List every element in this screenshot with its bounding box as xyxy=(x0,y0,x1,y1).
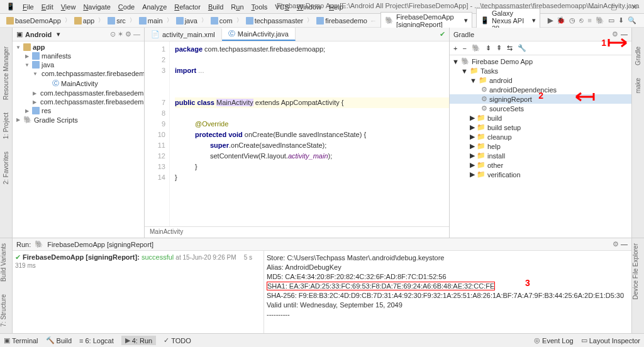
gradle-tool-window: Gradle ⚙— + − 🐘 ⇟ ⇞ ⇆ 🔧 ▼🐘Firebase Demo … xyxy=(449,28,631,238)
tree-gradle-scripts[interactable]: ▶🐘Gradle Scripts xyxy=(13,115,144,124)
gradle-settings-icon[interactable]: ⚙ xyxy=(612,30,618,38)
avd-button[interactable]: ▭ xyxy=(608,16,614,25)
annotation-2: 2 xyxy=(538,91,543,101)
gradle-root[interactable]: ▼🐘Firebase Demo App xyxy=(450,57,631,66)
success-icon: ✔ xyxy=(15,253,21,261)
gradle-group-help[interactable]: ▶📁help xyxy=(450,141,631,151)
sidebar-device-file-explorer[interactable]: Device File Explorer xyxy=(632,243,639,299)
sidebar-resource-manager[interactable]: Resource Manager xyxy=(3,47,9,100)
run-tool-window: Build Variants 7: Structure Run: 🐘 Fireb… xyxy=(0,238,644,333)
tree-mainactivity[interactable]: ⒸMainActivity xyxy=(13,78,144,89)
editor-breadcrumb[interactable]: MainActivity xyxy=(145,226,449,238)
wrench-icon[interactable]: 🔧 xyxy=(518,44,526,52)
sidebar-build-variants[interactable]: Build Variants xyxy=(0,243,7,282)
gradle-group-build[interactable]: ▶📁build xyxy=(450,113,631,123)
status-build[interactable]: 🔨 Build xyxy=(46,336,72,344)
editor-status-icon: ✔ xyxy=(436,30,449,38)
gradle-title: Gradle xyxy=(453,31,474,38)
tab-activity-main-xml[interactable]: 📄activity_main.xml xyxy=(145,29,222,40)
sidebar-gradle[interactable]: Gradle xyxy=(635,47,641,65)
gradle-task-sourcesets[interactable]: ⚙sourceSets xyxy=(450,104,631,113)
breadcrumb[interactable]: baseDemoApp〉 app〉 src〉 main〉 java〉 com〉 … xyxy=(4,16,370,25)
gradle-icon: 🐘 xyxy=(35,240,43,248)
debug-button[interactable]: 🐞 xyxy=(557,16,565,25)
tree-java[interactable]: ▼java xyxy=(13,60,144,69)
run-config-selector[interactable]: 🐘 FirebaseDemoApp [signingReport]▾ xyxy=(380,12,472,30)
gradle-group-cleanup[interactable]: ▶📁cleanup xyxy=(450,132,631,141)
menu-refactor[interactable]: Refactor xyxy=(170,2,204,12)
status-run[interactable]: ▶ 4: Run xyxy=(121,336,156,345)
xml-file-icon: 📄 xyxy=(151,30,160,38)
back-icon[interactable]: ← xyxy=(370,17,377,25)
menu-build[interactable]: Build xyxy=(204,2,227,12)
code-area[interactable]: 123 7891011121314 package com.techpassma… xyxy=(145,41,449,226)
gradle-toggle-icon[interactable]: ⇆ xyxy=(507,44,513,52)
sdk-button[interactable]: ⬇ xyxy=(618,16,624,25)
gradle-detach-icon[interactable]: − xyxy=(462,45,466,52)
menu-file[interactable]: FFileile xyxy=(19,2,38,12)
gradle-group-other[interactable]: ▶📁other xyxy=(450,160,631,170)
window-minimize[interactable]: — xyxy=(584,0,604,14)
sync-button[interactable]: 🐘 xyxy=(596,16,604,25)
menu-edit[interactable]: Edit xyxy=(38,2,57,12)
sidebar-project[interactable]: 1: Project xyxy=(3,113,9,139)
tree-app[interactable]: ▼app xyxy=(13,43,144,52)
project-settings-icon[interactable]: ⊙ ✶ ⚙ — xyxy=(110,30,140,38)
status-layout-inspector[interactable]: ▭ Layout Inspector xyxy=(581,336,640,344)
sidebar-structure[interactable]: 7: Structure xyxy=(0,294,7,327)
gradle-refresh-icon[interactable]: + xyxy=(453,45,457,52)
run-status: FirebaseDemoApp [signingReport]: xyxy=(23,253,140,261)
device-icon: 📱 xyxy=(480,16,489,25)
annotation-3: 3 xyxy=(525,278,530,288)
editor: 📄activity_main.xml ⒸMainActivity.java ✔ … xyxy=(145,28,449,238)
gradle-tasks[interactable]: ▼📁Tasks xyxy=(450,66,631,75)
tree-pkg-main[interactable]: ▼com.techpassmaster.firebasedemoapp xyxy=(13,69,144,78)
stop-button[interactable]: ■ xyxy=(587,16,592,25)
sidebar-favorites[interactable]: 2: Favorites xyxy=(3,151,9,184)
tree-pkg-androidtest[interactable]: ▶com.techpassmaster.firebasedemoapp (an xyxy=(13,89,144,97)
run-settings-icon[interactable]: ⚙ xyxy=(613,240,619,248)
menu-run[interactable]: Run xyxy=(227,2,247,12)
status-logcat[interactable]: ≡ 6: Logcat xyxy=(79,337,114,344)
menu-analyze[interactable]: Analyze xyxy=(138,2,170,12)
gradle-android-group[interactable]: ▼📁android xyxy=(450,75,631,85)
status-bar: ▣ Terminal 🔨 Build ≡ 6: Logcat ▶ 4: Run … xyxy=(0,333,644,347)
tab-mainactivity-java[interactable]: ⒸMainActivity.java xyxy=(222,28,296,41)
run-tree: ✔ FirebaseDemoApp [signingReport]: succe… xyxy=(13,251,264,333)
search-icon[interactable]: 🔍 xyxy=(628,16,636,25)
gradle-expand-icon[interactable]: ⇟ xyxy=(486,44,491,52)
run-button[interactable]: ▶ xyxy=(548,16,553,25)
window-maximize[interactable]: ▢ xyxy=(604,0,624,14)
gradle-group-install[interactable]: ▶📁install xyxy=(450,151,631,160)
android-view-icon: ▣ xyxy=(16,30,23,38)
menu-view[interactable]: View xyxy=(57,2,80,12)
status-todo[interactable]: ✓ TODO xyxy=(164,336,191,344)
gutter: 123 7891011121314 xyxy=(145,41,170,226)
status-terminal[interactable]: ▣ Terminal xyxy=(4,336,38,344)
tree-res[interactable]: ▶res xyxy=(13,106,144,115)
gradle-collapse-icon[interactable]: ⇞ xyxy=(496,44,502,52)
annotation-1: 1 xyxy=(601,38,606,48)
menu-tools[interactable]: Tools xyxy=(248,2,272,12)
gradle-group-buildsetup[interactable]: ▶📁build setup xyxy=(450,123,631,132)
gradle-group-verification[interactable]: ▶📁verification xyxy=(450,170,631,179)
gradle-execute-icon[interactable]: 🐘 xyxy=(472,44,480,52)
tree-pkg-test[interactable]: ▶com.techpassmaster.firebasedemoapp (te xyxy=(13,97,144,106)
project-tool-window: ▣ Android ▾ ⊙ ✶ ⚙ — ▼app ▶manifests ▼jav… xyxy=(13,28,145,238)
run-console[interactable]: Store: C:\Users\Techpass Master\.android… xyxy=(264,251,631,333)
project-view-selector[interactable]: Android xyxy=(25,31,52,38)
run-hide-icon[interactable]: — xyxy=(621,240,628,248)
gradle-icon: 🐘 xyxy=(385,16,394,25)
profile-button[interactable]: ◷ xyxy=(569,16,575,25)
menu-navigate[interactable]: Navigate xyxy=(79,2,114,12)
sidebar-make[interactable]: make xyxy=(635,78,641,93)
attach-button[interactable]: ⎋ xyxy=(579,16,584,25)
window-close[interactable]: ✕ xyxy=(624,0,644,14)
tree-manifests[interactable]: ▶manifests xyxy=(13,52,144,60)
menu-code[interactable]: Code xyxy=(114,2,138,12)
status-eventlog[interactable]: ◎ Event Log xyxy=(534,336,574,344)
run-label: Run: xyxy=(16,241,31,248)
sha1-highlight: SHA1: EA:3F:AD:25:33:FC:69:53:F8:DA:7E:6… xyxy=(267,282,495,290)
navigation-bar: baseDemoApp〉 app〉 src〉 main〉 java〉 com〉 … xyxy=(0,14,644,28)
gradle-hide-icon[interactable]: — xyxy=(621,30,628,38)
